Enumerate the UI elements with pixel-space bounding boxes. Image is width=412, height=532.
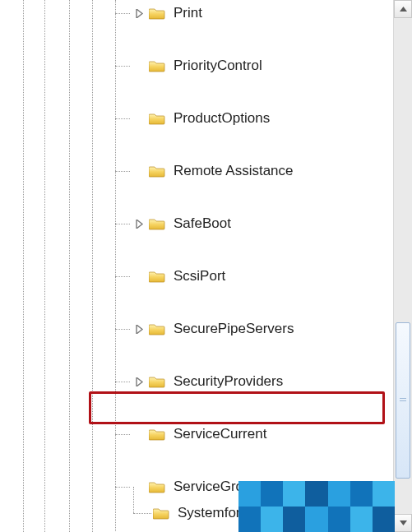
folder-icon <box>149 270 165 283</box>
folder-icon <box>153 507 169 520</box>
tree-node-label: PriorityControl <box>174 58 262 74</box>
tree-node[interactable]: Print <box>115 0 391 26</box>
scrollbar-track[interactable] <box>394 18 412 514</box>
registry-tree-viewport: PrintPriorityControlProductOptionsRemote… <box>0 0 412 532</box>
folder-icon <box>149 59 165 72</box>
tree-node[interactable]: PriorityControl <box>115 53 391 79</box>
tree-node-label: Print <box>174 5 202 21</box>
folder-icon <box>149 112 165 125</box>
tree-list: PrintPriorityControlProductOptionsRemote… <box>115 0 391 532</box>
tree-node[interactable]: ScsiPort <box>115 263 391 289</box>
folder-icon <box>149 164 165 178</box>
scroll-down-button[interactable] <box>394 514 412 532</box>
tree-node[interactable]: ServiceCurrent <box>115 421 391 447</box>
tree-node-label: SecurePipeServers <box>174 321 294 337</box>
folder-icon <box>149 428 165 441</box>
tree-node[interactable]: Remote Assistance <box>115 158 391 184</box>
tree-node[interactable]: SafeBoot <box>115 210 391 237</box>
folder-icon <box>149 217 165 230</box>
expand-triangle-icon[interactable] <box>135 377 144 386</box>
expand-triangle-icon[interactable] <box>135 9 144 18</box>
folder-icon <box>149 480 165 493</box>
redaction-mosaic <box>238 481 395 532</box>
tree-node[interactable]: ProductOptions <box>115 105 391 132</box>
folder-icon <box>149 322 165 335</box>
folder-icon <box>149 7 165 20</box>
tree-node[interactable]: SecurityProviders <box>115 368 391 395</box>
tree-node-label: ProductOptions <box>174 110 270 127</box>
scrollbar-thumb[interactable] <box>396 322 410 479</box>
expand-triangle-icon[interactable] <box>135 220 144 229</box>
tree-area: PrintPriorityControlProductOptionsRemote… <box>0 0 391 532</box>
tree-node-label: ServiceCurrent <box>174 426 266 442</box>
tree-node-label: Remote Assistance <box>174 163 294 179</box>
tree-node[interactable]: SecurePipeServers <box>115 316 391 342</box>
tree-node-label: ScsiPort <box>174 268 225 285</box>
tree-node-label: SafeBoot <box>174 215 231 232</box>
vertical-scrollbar[interactable] <box>393 0 412 532</box>
expand-triangle-icon[interactable] <box>135 325 144 334</box>
tree-node-label: SecurityProviders <box>174 373 283 390</box>
folder-icon <box>149 375 165 388</box>
scroll-up-button[interactable] <box>394 0 412 18</box>
tree-node-label: Systemfon <box>178 505 243 521</box>
